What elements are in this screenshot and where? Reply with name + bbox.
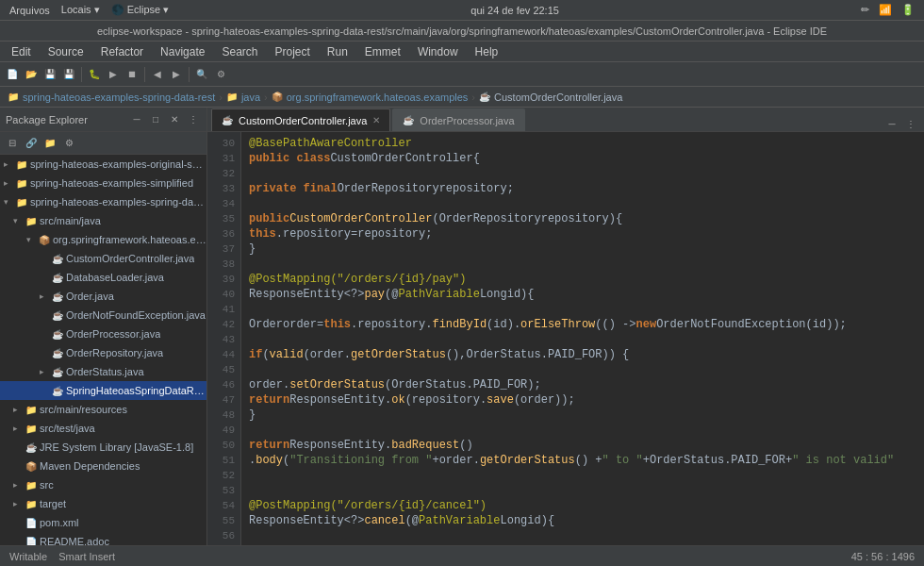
sidebar-menu-btn[interactable]: ⋮ [186,112,201,127]
tree-file-icon: ☕ [51,329,64,340]
line-numbers: 3031323334353637383940414243444546474849… [207,132,241,545]
tree-item[interactable]: ▾📁spring-hateoas-examples-spring-data-re… [0,192,206,211]
tree-item[interactable]: ☕SpringHateoasSpringDataRestApp... [0,381,206,400]
toolbar-save[interactable]: 💾 [41,66,58,83]
tree-item-label: src [40,479,54,491]
tree-item[interactable]: ▸☕Order.java [0,287,206,306]
menu-edit[interactable]: Edit [4,43,39,60]
code-line: this.repository = repository; [241,226,924,241]
tree-item[interactable]: 📦Maven Dependencies [0,457,206,475]
tree-item[interactable]: ▸📁spring-hateoas-examples-original-serve… [0,155,206,174]
tab-label-1: OrderProcessor.java [420,115,514,126]
os-eclipse-label[interactable]: 🌑 Eclipse ▾ [111,4,170,16]
line-number: 56 [207,528,240,543]
tree-item[interactable]: ▸☕OrderStatus.java [0,362,206,381]
tree-file-icon: 📁 [25,480,38,491]
line-number: 48 [207,408,240,423]
menu-navigate[interactable]: Navigate [153,43,212,60]
tree-arrow-icon: ▸ [4,159,13,169]
menu-emmet[interactable]: Emmet [357,43,408,60]
tree-item[interactable]: ▾📁src/main/java [0,211,206,230]
line-number: 32 [207,166,240,181]
tree-file-icon: 📄 [25,518,38,528]
menu-search[interactable]: Search [214,43,265,60]
code-line: if (valid(order.getOrderStatus(), OrderS… [241,347,924,362]
tab-order-processor[interactable]: ☕ OrderProcessor.java [392,108,524,131]
code-line [241,468,924,483]
sidebar-minimize-btn[interactable]: ─ [129,112,144,127]
sidebar-tree: ▸📁spring-hateoas-examples-original-serve… [0,155,206,545]
tree-item-label: README.adoc [40,536,109,545]
main-layout: Package Explorer ─ □ ✕ ⋮ ⊟ 🔗 📁 ⚙ ▸📁sprin… [0,108,924,545]
toolbar-new[interactable]: 📄 [4,66,21,83]
menu-window[interactable]: Window [410,43,466,60]
tree-item-label: OrderNotFoundException.java [66,309,206,321]
menu-run[interactable]: Run [320,43,355,60]
code-line: .body("Transitioning from " + order.getO… [241,453,924,468]
os-bar: Arquivos Locais ▾ 🌑 Eclipse ▾ qui 24 de … [0,0,924,21]
tree-item[interactable]: ▸📁spring-hateoas-examples-simplified [0,174,206,192]
line-number: 30 [207,136,240,151]
line-number: 49 [207,423,240,438]
tree-item[interactable]: ▸📁src [0,475,206,494]
tree-file-icon: 📦 [38,235,51,245]
tree-item[interactable]: ☕OrderProcessor.java [0,325,206,343]
tab-close-0[interactable]: ✕ [372,115,380,125]
line-number: 57 [207,543,240,545]
sidebar-collapse-all[interactable]: ⊟ [4,135,21,152]
tree-item[interactable]: ☕JRE System Library [JavaSE-1.8] [0,438,206,457]
menu-help[interactable]: Help [468,43,506,60]
tree-item[interactable]: ☕CustomOrderController.java [0,249,206,268]
sidebar-link-editor[interactable]: 🔗 [23,135,40,152]
breadcrumb-package[interactable]: org.springframework.hateoas.examples [287,92,469,103]
menu-project[interactable]: Project [267,43,317,60]
tree-item[interactable]: 📄README.adoc [0,532,206,545]
tree-item[interactable]: 📄pom.xml [0,513,206,532]
tree-file-icon: ☕ [51,291,64,302]
os-locais-label[interactable]: Locais ▾ [61,4,100,16]
breadcrumb-project[interactable]: spring-hateoas-examples-spring-data-rest [23,92,215,103]
tree-item[interactable]: ▸📁src/main/resources [0,400,206,419]
tree-arrow-icon: ▾ [13,216,23,225]
toolbar-save-all[interactable]: 💾 [60,66,77,83]
menu-refactor[interactable]: Refactor [93,43,151,60]
code-line [241,423,924,438]
breadcrumb-file[interactable]: CustomOrderController.java [494,92,622,103]
toolbar-stop[interactable]: ⏹ [124,66,140,83]
tree-item[interactable]: ▾📦org.springframework.hateoas.exampl... [0,230,206,249]
status-bar-left: Writable Smart Insert [9,551,115,562]
sidebar-settings[interactable]: ⚙ [60,135,77,152]
tree-item[interactable]: ▸📁src/test/java [0,419,206,438]
toolbar-settings[interactable]: ⚙ [212,66,229,83]
code-content[interactable]: @BasePathAwareControllerpublic class Cus… [241,132,924,545]
toolbar-sep2 [144,67,145,82]
breadcrumb-icon-2: 📦 [272,92,283,102]
breadcrumb-java[interactable]: java [241,92,260,103]
toolbar-run[interactable]: ▶ [105,66,122,83]
breadcrumb-icon-0: 📁 [8,92,19,102]
tree-item[interactable]: ☕OrderRepository.java [0,343,206,362]
toolbar-search[interactable]: 🔍 [193,66,210,83]
tree-item[interactable]: ☕OrderNotFoundException.java [0,306,206,325]
toolbar-open[interactable]: 📂 [23,66,40,83]
tree-item[interactable]: ▸📁target [0,494,206,513]
code-line [241,196,924,211]
sidebar-new-folder[interactable]: 📁 [41,135,58,152]
line-number: 53 [207,483,240,498]
tree-item[interactable]: ☕DatabaseLoader.java [0,268,206,287]
editor-menu-btn[interactable]: ⋮ [903,116,918,131]
sidebar-close-btn[interactable]: ✕ [167,112,182,127]
toolbar-debug[interactable]: 🐛 [86,66,103,83]
code-editor-container: 3031323334353637383940414243444546474849… [207,132,924,545]
tree-item-label: OrderRepository.java [66,347,163,358]
toolbar-back[interactable]: ◀ [149,66,166,83]
editor-minimize-btn[interactable]: ─ [884,116,899,131]
menu-source[interactable]: Source [41,43,91,60]
tab-custom-order-controller[interactable]: ☕ CustomOrderController.java ✕ [211,108,390,131]
line-number: 36 [207,226,240,241]
sidebar-maximize-btn[interactable]: □ [148,112,163,127]
toolbar-forward[interactable]: ▶ [168,66,185,83]
os-files-label[interactable]: Arquivos [9,5,50,16]
code-line: @PostMapping("/orders/{id}/pay") [241,272,924,287]
package-explorer: Package Explorer ─ □ ✕ ⋮ ⊟ 🔗 📁 ⚙ ▸📁sprin… [0,108,207,545]
